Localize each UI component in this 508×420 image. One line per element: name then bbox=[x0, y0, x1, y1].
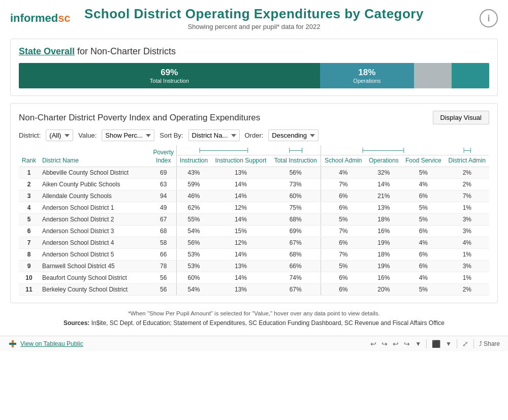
cell-operations: 32% bbox=[366, 167, 402, 178]
cell-instruction: 54% bbox=[176, 225, 211, 237]
cell-instruction: 55% bbox=[176, 213, 211, 225]
cell-instr-support: 14% bbox=[211, 248, 271, 260]
cell-school-admin: 7% bbox=[321, 248, 366, 260]
ncd-title-rest: Poverty Index and Operating Expenditures bbox=[95, 113, 260, 122]
header-center: School District Operating Expenditures b… bbox=[71, 6, 437, 30]
display-visual-button[interactable]: Display Visual bbox=[433, 111, 489, 124]
cell-instr-support: 13% bbox=[211, 283, 271, 295]
ncd-section: Non-Charter District Poverty Index and O… bbox=[10, 103, 498, 303]
cell-poverty: 58 bbox=[151, 237, 176, 248]
cell-operations: 19% bbox=[366, 237, 402, 248]
cell-instruction: 59% bbox=[176, 178, 211, 190]
cell-rank: 10 bbox=[19, 272, 39, 283]
bar-total-instruction: 69% Total Instruction bbox=[19, 63, 320, 88]
cell-instr-support: 14% bbox=[211, 190, 271, 202]
table-row: 11 Berkeley County School District 56 54… bbox=[19, 283, 489, 295]
cell-total-instr: 56% bbox=[270, 167, 321, 178]
cell-food-service: 6% bbox=[402, 225, 444, 237]
cell-district-admin: 1% bbox=[445, 202, 489, 213]
content: State Overall for Non-Charter Districts … bbox=[0, 35, 508, 336]
cell-operations: 21% bbox=[366, 190, 402, 202]
th-group3: |-----| bbox=[445, 145, 489, 155]
state-overall-link[interactable]: State Overall bbox=[19, 46, 75, 56]
cell-food-service: 6% bbox=[402, 248, 444, 260]
cell-district-name: Aiken County Public Schools bbox=[39, 178, 151, 190]
undo-icon[interactable]: ↩ bbox=[370, 340, 376, 348]
cell-food-service: 5% bbox=[402, 202, 444, 213]
cell-operations: 20% bbox=[366, 283, 402, 295]
tableau-left: View on Tableau Public bbox=[8, 339, 83, 348]
cell-food-service: 4% bbox=[402, 237, 444, 248]
expand-icon[interactable]: ⤢ bbox=[462, 340, 468, 348]
th-group-total: |----------| bbox=[270, 145, 321, 155]
cell-district-name: Barnwell School District 45 bbox=[39, 260, 151, 272]
data-table: Rank District Name Poverty Index |------… bbox=[19, 145, 489, 296]
cell-poverty: 66 bbox=[151, 248, 176, 260]
table-row: 4 Anderson School District 1 49 62% 12% … bbox=[19, 202, 489, 213]
tableau-link[interactable]: View on Tableau Public bbox=[20, 340, 83, 347]
share-label: Share bbox=[484, 340, 500, 347]
table-row: 9 Barnwell School District 45 78 53% 13%… bbox=[19, 260, 489, 272]
cell-district-admin: 3% bbox=[445, 213, 489, 225]
tableau-bar: View on Tableau Public ↩ ↪ ↩ ↪ ▼ ⬛ ▼ ⤢ ⤴… bbox=[0, 336, 508, 351]
cell-instruction: 54% bbox=[176, 283, 211, 295]
table-row: 7 Anderson School District 4 58 56% 12% … bbox=[19, 237, 489, 248]
screen-icon[interactable]: ⬛ bbox=[432, 340, 440, 348]
cell-school-admin: 6% bbox=[321, 202, 366, 213]
cell-school-admin: 5% bbox=[321, 213, 366, 225]
cell-instr-support: 14% bbox=[211, 272, 271, 283]
ncd-title: Non-Charter District Poverty Index and O… bbox=[19, 113, 260, 123]
table-row: 2 Aiken County Public Schools 63 59% 14%… bbox=[19, 178, 489, 190]
cell-district-name: Beaufort County School District bbox=[39, 272, 151, 283]
cell-district-admin: 4% bbox=[445, 237, 489, 248]
divider2 bbox=[457, 339, 457, 348]
undo2-icon[interactable]: ↩ bbox=[393, 340, 399, 348]
cell-rank: 9 bbox=[19, 260, 39, 272]
th-instruction: Instruction bbox=[176, 155, 211, 167]
cell-district-admin: 2% bbox=[445, 283, 489, 295]
th-group2: |----------------------------------| bbox=[321, 145, 445, 155]
th-district-admin: District Admin bbox=[445, 155, 489, 167]
state-overall-title-rest: for Non-Charter Districts bbox=[75, 46, 176, 56]
cell-total-instr: 73% bbox=[270, 178, 321, 190]
cell-operations: 14% bbox=[366, 178, 402, 190]
divider bbox=[426, 339, 427, 348]
ncd-title-link[interactable]: Non-Charter District bbox=[19, 113, 95, 122]
state-overall-section: State Overall for Non-Charter Districts … bbox=[10, 39, 498, 96]
district-select[interactable]: (All) bbox=[46, 130, 73, 141]
arrow2-icon[interactable]: ▼ bbox=[446, 340, 452, 347]
cell-district-admin: 1% bbox=[445, 248, 489, 260]
table-body: 1 Abbeville County School District 69 43… bbox=[19, 167, 489, 295]
cell-food-service: 5% bbox=[402, 213, 444, 225]
state-overall-title: State Overall for Non-Charter Districts bbox=[19, 46, 489, 57]
cell-school-admin: 6% bbox=[321, 237, 366, 248]
sort-by-select[interactable]: District Na... bbox=[188, 130, 240, 141]
cell-instr-support: 13% bbox=[211, 260, 271, 272]
share-button[interactable]: ⤴ Share bbox=[479, 340, 500, 347]
cell-rank: 7 bbox=[19, 237, 39, 248]
cell-total-instr: 68% bbox=[270, 213, 321, 225]
ncd-header: Non-Charter District Poverty Index and O… bbox=[19, 111, 489, 124]
order-select[interactable]: Descending bbox=[268, 130, 319, 141]
arrow-icon[interactable]: ▼ bbox=[415, 340, 421, 347]
redo2-icon[interactable]: ↪ bbox=[404, 340, 410, 348]
cell-food-service: 6% bbox=[402, 190, 444, 202]
info-icon[interactable]: i bbox=[480, 9, 498, 27]
cell-district-name: Berkeley County School District bbox=[39, 283, 151, 295]
logo: informedsc bbox=[10, 12, 71, 25]
tableau-right: ↩ ↪ ↩ ↪ ▼ ⬛ ▼ ⤢ ⤴ Share bbox=[370, 339, 500, 348]
value-select[interactable]: Show Perc... bbox=[102, 130, 154, 141]
cell-rank: 2 bbox=[19, 178, 39, 190]
th-operations: Operations bbox=[366, 155, 402, 167]
cell-operations: 19% bbox=[366, 260, 402, 272]
bar-operations: 18% Operations bbox=[320, 63, 414, 88]
cell-district-admin: 1% bbox=[445, 272, 489, 283]
cell-total-instr: 67% bbox=[270, 237, 321, 248]
cell-district-admin: 2% bbox=[445, 167, 489, 178]
cell-instr-support: 13% bbox=[211, 167, 271, 178]
cell-instr-support: 12% bbox=[211, 202, 271, 213]
redo-icon[interactable]: ↪ bbox=[382, 340, 388, 348]
cell-school-admin: 4% bbox=[321, 167, 366, 178]
cell-total-instr: 75% bbox=[270, 202, 321, 213]
cell-district-admin: 7% bbox=[445, 190, 489, 202]
